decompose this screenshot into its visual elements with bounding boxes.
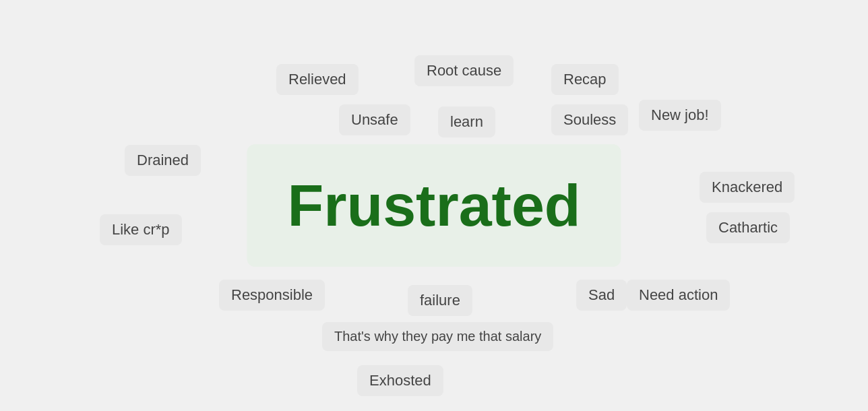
tag-need-action[interactable]: Need action — [627, 280, 730, 311]
tag-responsible[interactable]: Responsible — [219, 280, 325, 311]
tag-failure[interactable]: failure — [408, 285, 472, 316]
tag-new-job[interactable]: New job! — [639, 100, 721, 131]
tag-recap[interactable]: Recap — [551, 64, 619, 95]
center-word: Frustrated — [247, 144, 621, 267]
tag-exhosted[interactable]: Exhosted — [357, 365, 443, 396]
tag-souless[interactable]: Souless — [551, 104, 628, 135]
tag-sad[interactable]: Sad — [576, 280, 627, 311]
tag-learn[interactable]: learn — [438, 106, 495, 137]
tag-unsafe[interactable]: Unsafe — [339, 104, 410, 135]
tag-root-cause[interactable]: Root cause — [414, 55, 514, 86]
tag-knackered[interactable]: Knackered — [700, 172, 795, 203]
tag-like-crp[interactable]: Like cr*p — [100, 214, 182, 245]
word-cloud: Frustrated Relieved Root cause Recap Uns… — [0, 0, 868, 411]
tag-relieved[interactable]: Relieved — [276, 64, 359, 95]
tag-drained[interactable]: Drained — [125, 145, 201, 176]
tag-cathartic[interactable]: Cathartic — [706, 212, 790, 243]
tag-thats-why[interactable]: That's why they pay me that salary — [322, 322, 553, 351]
